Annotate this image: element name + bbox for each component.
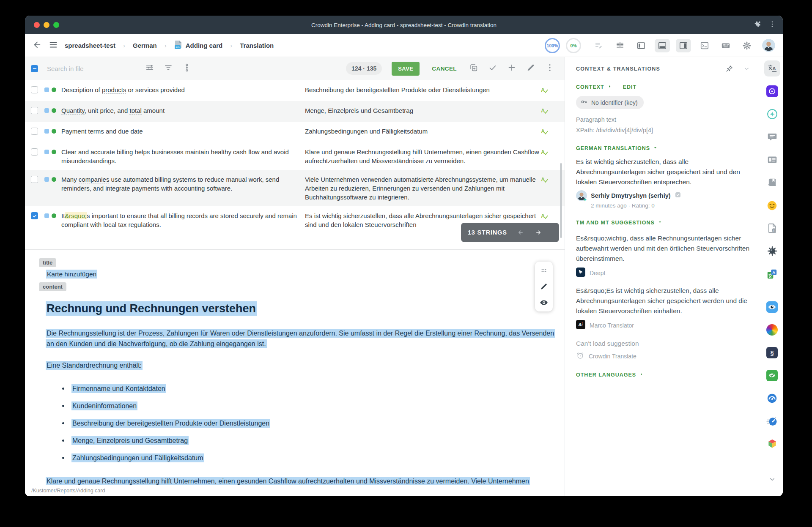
string-row[interactable]: Clear and accurate billing helps busines… xyxy=(25,142,565,170)
right-panel-view-icon[interactable] xyxy=(676,39,691,52)
current-translation-text[interactable]: Es ist wichtig sicherzustellen, dass all… xyxy=(576,157,750,187)
translated-progress-badge[interactable]: 100% xyxy=(545,38,560,53)
more-options-icon[interactable] xyxy=(545,63,554,74)
source-text[interactable]: Payment terms and due date xyxy=(61,127,298,136)
source-text[interactable]: Description of products or services prov… xyxy=(61,85,298,94)
search-input[interactable] xyxy=(46,65,140,73)
other-languages-header[interactable]: OTHER LANGUAGES xyxy=(576,372,750,378)
zoom-window-button[interactable] xyxy=(53,22,59,28)
table-scrollbar[interactable] xyxy=(560,163,562,238)
breadcrumb-language[interactable]: German xyxy=(133,42,157,49)
preview-bullet-item[interactable]: Zahlungsbedingungen und Fälligkeitsdatum xyxy=(62,453,558,463)
source-text[interactable]: Many companies use automated billing sys… xyxy=(61,175,298,193)
author-name[interactable]: Serhiy Dmytryshyn (serhiy) xyxy=(591,192,671,199)
emoji-app-icon[interactable] xyxy=(764,197,780,213)
suggest-translation-icon[interactable]: A xyxy=(540,175,549,186)
approve-icon[interactable] xyxy=(488,63,497,74)
preview-title-value[interactable]: Karte hinzufügen xyxy=(40,270,558,279)
pin-panel-icon[interactable] xyxy=(725,65,733,73)
tm-suggestions-header[interactable]: TM AND MT SUGGESTIONS xyxy=(576,220,750,226)
preview-paragraph[interactable]: Die Rechnungsstellung ist der Prozess, Z… xyxy=(46,328,558,349)
source-text[interactable]: Quantity, unit price, and total amount xyxy=(61,106,298,115)
suggest-translation-icon[interactable]: A xyxy=(540,127,549,138)
glossary-tool-icon[interactable] xyxy=(764,152,780,168)
collapse-panel-icon[interactable] xyxy=(743,66,750,72)
browser-menu-icon[interactable] xyxy=(768,20,776,30)
magic-actions-app-icon[interactable] xyxy=(764,106,780,122)
back-icon[interactable] xyxy=(33,40,42,51)
edit-icon[interactable] xyxy=(526,63,535,74)
suggest-translation-icon[interactable]: A xyxy=(540,106,549,117)
console-icon[interactable] xyxy=(697,39,712,52)
approved-progress-badge[interactable]: 0% xyxy=(566,38,581,53)
preview-bullet-item[interactable]: Beschreibung der bereitgestellten Produk… xyxy=(62,418,558,429)
tm-suggestion[interactable]: Es&rsquo;Es ist wichtig sicherzustellen,… xyxy=(576,286,750,330)
preview-heading[interactable]: Rechnung und Rechnungen verstehen xyxy=(46,302,558,315)
translation-text[interactable]: Beschreibung der bereitgestellten Produk… xyxy=(305,85,540,94)
left-panel-view-icon[interactable] xyxy=(634,39,649,52)
bottom-panel-view-icon[interactable] xyxy=(655,39,670,52)
preview-edit-icon[interactable] xyxy=(538,281,549,292)
copy-source-icon[interactable] xyxy=(469,63,478,74)
breadcrumb-project[interactable]: spreadsheet-test xyxy=(65,42,115,49)
keyboard-shortcuts-icon[interactable] xyxy=(718,39,733,52)
translation-text[interactable]: Zahlungsbedingungen und Fälligkeitsdatum xyxy=(305,127,540,136)
next-page-icon[interactable] xyxy=(534,228,543,237)
suggestion-text[interactable]: Es&rsquo;wichtig, dass alle Rechnungsunt… xyxy=(576,233,750,264)
dictionary-tool-icon[interactable] xyxy=(764,175,780,191)
draft-strings-icon[interactable] xyxy=(591,39,606,52)
proofread-app-icon[interactable] xyxy=(764,367,780,383)
translation-text[interactable]: Viele Unternehmen verwenden automatisier… xyxy=(305,175,540,202)
mine-settings-app-icon[interactable] xyxy=(764,243,780,259)
machine-translation-app-icon[interactable]: A xyxy=(764,266,780,282)
string-row[interactable]: Many companies use automated billing sys… xyxy=(25,170,565,206)
preview-bullet-item[interactable]: Kundeninformationen xyxy=(62,401,558,411)
cancel-button[interactable]: CANCEL xyxy=(429,65,459,72)
color-wheel-app-icon[interactable] xyxy=(764,322,780,338)
preview-eye-app-icon[interactable] xyxy=(764,299,780,315)
suggest-translation-icon[interactable]: A xyxy=(540,148,549,158)
add-string-icon[interactable] xyxy=(507,63,516,74)
file-context-app-icon[interactable]: i xyxy=(764,220,780,236)
legal-terms-app-icon[interactable]: § xyxy=(764,344,780,360)
source-text[interactable]: Clear and accurate billing helps busines… xyxy=(61,147,298,165)
row-checkbox[interactable] xyxy=(31,128,38,135)
german-translations-header[interactable]: GERMAN TRANSLATIONS xyxy=(576,145,750,151)
row-checkbox[interactable] xyxy=(31,107,38,114)
preview-bullet-item[interactable]: Menge, Einzelpreis und Gesamtbetrag xyxy=(62,435,558,446)
filter-settings-icon[interactable] xyxy=(145,63,154,74)
extensions-icon[interactable] xyxy=(753,20,762,30)
suggest-translation-icon[interactable]: A xyxy=(540,212,549,222)
string-row[interactable]: Payment terms and due dateZahlungsbeding… xyxy=(25,122,565,142)
close-window-button[interactable] xyxy=(34,22,40,28)
translation-text[interactable]: Menge, Einzelpreis und Gesamtbetrag xyxy=(305,106,540,115)
save-button[interactable]: SAVE xyxy=(392,62,420,76)
suggest-translation-icon[interactable]: A xyxy=(540,86,549,96)
translation-text[interactable]: Klare und genaue Rechnungsstellung hilft… xyxy=(305,147,540,165)
strip-collapse-chevron-icon[interactable] xyxy=(761,475,783,483)
tm-suggestion[interactable]: Es&rsquo;wichtig, dass alle Rechnungsunt… xyxy=(576,233,750,278)
breadcrumb-section[interactable]: Translation xyxy=(240,42,274,49)
row-checkbox[interactable] xyxy=(31,212,38,219)
drag-handle-icon[interactable] xyxy=(538,265,549,276)
previous-page-icon[interactable] xyxy=(516,228,525,237)
breadcrumb-file[interactable]: </> Adding card xyxy=(174,40,223,51)
string-row[interactable]: Quantity, unit price, and total amountMe… xyxy=(25,101,565,122)
source-text[interactable]: It&rsquo;s important to ensure that all … xyxy=(61,211,298,229)
settings-gear-icon[interactable] xyxy=(739,39,754,52)
minimize-window-button[interactable] xyxy=(44,22,49,28)
select-all-checkbox[interactable] xyxy=(31,65,38,72)
gauge-app-icon[interactable] xyxy=(764,390,780,406)
preview-eye-icon[interactable] xyxy=(538,297,549,308)
row-checkbox[interactable] xyxy=(31,86,38,93)
comments-tool-icon[interactable] xyxy=(764,129,780,145)
row-checkbox[interactable] xyxy=(31,148,38,156)
translate-editor-tool-icon[interactable]: A xyxy=(764,60,780,76)
preview-paragraph[interactable]: Klare und genaue Rechnungsstellung hilft… xyxy=(46,476,558,485)
main-menu-icon[interactable] xyxy=(49,40,58,51)
filter-icon[interactable] xyxy=(164,63,173,74)
row-checkbox[interactable] xyxy=(31,176,38,183)
speed-test-app-icon[interactable] xyxy=(764,413,780,429)
edit-context-button[interactable]: EDIT xyxy=(623,84,636,90)
preview-bullet-item[interactable]: Firmenname und Kontaktdaten xyxy=(62,383,558,394)
